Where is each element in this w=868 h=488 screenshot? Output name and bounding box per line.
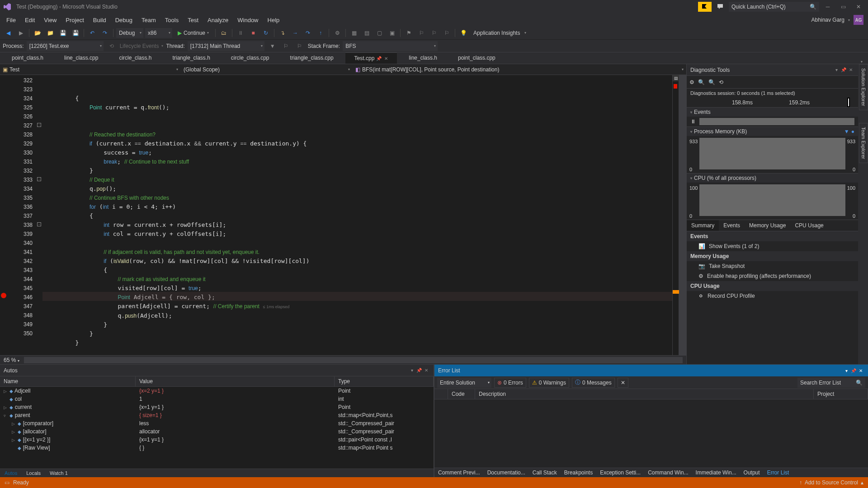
team-explorer-tab[interactable]: Team Explorer xyxy=(859,123,868,163)
menu-project[interactable]: Project xyxy=(61,15,88,25)
comment-icon[interactable]: ▦ xyxy=(349,28,359,38)
marker-blue-icon[interactable]: ▼ xyxy=(844,128,849,135)
panel-menu-icon[interactable]: ▾ xyxy=(843,368,850,373)
split-icon[interactable]: ▤ xyxy=(673,75,679,81)
hot-reload-icon[interactable]: 🗂 xyxy=(218,28,229,38)
output-tab[interactable]: Comment Previ... xyxy=(434,468,484,477)
autos-row[interactable]: ▷ ◆ [{x=1 y=2 }]{x=1 y=1 }std::pair<Poin… xyxy=(0,436,434,444)
panel-menu-icon[interactable]: ▾ xyxy=(833,67,840,72)
menu-debug[interactable]: Debug xyxy=(111,15,137,25)
col-code[interactable]: Code xyxy=(448,389,475,399)
cpu-graph[interactable] xyxy=(699,184,845,216)
col-project[interactable]: Project xyxy=(814,389,868,399)
nav-scope-dropdown[interactable]: (Global Scope) xyxy=(181,66,353,73)
fold-box-icon[interactable]: − xyxy=(37,222,41,226)
show-events-button[interactable]: 📊Show Events (1 of 2) xyxy=(687,241,858,251)
config-dropdown[interactable]: Debug xyxy=(116,28,143,38)
pause-debug-button[interactable]: ⏸ xyxy=(235,28,246,38)
file-tab[interactable]: point_class.h xyxy=(3,52,52,64)
breakpoint-icon[interactable] xyxy=(1,293,6,298)
close-panel-icon[interactable]: ✕ xyxy=(857,368,864,373)
step-over-button[interactable]: ↷ xyxy=(302,28,313,38)
lifecycle-label[interactable]: Lifecycle Events xyxy=(120,43,159,49)
output-tab[interactable]: Breakpoints xyxy=(561,468,596,477)
undo-button[interactable]: ↶ xyxy=(87,28,98,38)
restart-debug-button[interactable]: ↻ xyxy=(260,28,271,38)
fold-gutter[interactable]: − − − xyxy=(36,75,42,355)
autos-row[interactable]: ◆ col1int xyxy=(0,395,434,403)
output-tab[interactable]: Output xyxy=(740,468,764,477)
pin-icon[interactable]: 📌 xyxy=(415,368,423,373)
memory-header[interactable]: Process Memory (KB) xyxy=(694,128,747,135)
thread2-icon[interactable]: ⚐ xyxy=(294,41,305,52)
close-panel-icon[interactable]: ✕ xyxy=(423,368,430,373)
output-tab[interactable]: Documentatio... xyxy=(484,468,529,477)
redo-button[interactable]: ↷ xyxy=(99,28,110,38)
chevron-down-icon[interactable]: ▾ xyxy=(848,18,850,22)
show-next-statement-button[interactable]: ↴ xyxy=(277,28,288,38)
notification-flag-icon[interactable] xyxy=(698,2,712,12)
minimize-button[interactable]: ─ xyxy=(821,2,835,12)
menu-team[interactable]: Team xyxy=(137,15,160,25)
zoom-in-icon[interactable]: 🔍 xyxy=(698,79,705,85)
flag3-icon[interactable]: ⚐ xyxy=(429,28,439,38)
save-all-button[interactable]: 💾 xyxy=(70,28,81,38)
menu-help[interactable]: Help xyxy=(263,15,284,25)
menu-view[interactable]: View xyxy=(39,15,61,25)
autos-row[interactable]: ▷ ◆ current{x=1 y=1 }Point xyxy=(0,403,434,411)
pin-icon[interactable]: 📌 xyxy=(850,368,857,373)
pin-icon[interactable]: 📌 xyxy=(840,67,847,72)
source-control-button[interactable]: Add to Source Control xyxy=(805,479,858,486)
nav-back-button[interactable]: ◀ xyxy=(3,28,14,38)
autos-row[interactable]: ▷ ◆ [comparator]lessstd::_Compressed_pai… xyxy=(0,419,434,427)
take-snapshot-button[interactable]: 📷Take Snapshot xyxy=(687,261,858,271)
solution-explorer-tab[interactable]: Solution Explorer xyxy=(859,64,868,110)
errors-filter[interactable]: ⊗0 Errors xyxy=(494,378,526,388)
file-tab[interactable]: line_class.cpp xyxy=(55,52,107,64)
restore-button[interactable]: ▭ xyxy=(836,2,850,12)
thread-dropdown[interactable]: [17312] Main Thread xyxy=(188,41,264,51)
output-tab[interactable]: Call Stack xyxy=(529,468,561,477)
output-tab[interactable]: Exception Setti... xyxy=(596,468,644,477)
nav-project-dropdown[interactable]: ▣Test xyxy=(0,66,181,73)
menu-test[interactable]: Test xyxy=(183,15,203,25)
zoom-out-icon[interactable]: 🔍 xyxy=(708,79,715,85)
app-insights-button[interactable]: Application Insights xyxy=(471,30,523,36)
platform-dropdown[interactable]: x86 xyxy=(145,28,172,38)
diag-tab[interactable]: Memory Usage xyxy=(745,220,790,231)
chevron-up-icon[interactable]: ▴ xyxy=(861,479,863,486)
code-editor[interactable]: 3223233243253263273283293303313323333343… xyxy=(0,75,686,355)
filter-icon[interactable]: ▼ xyxy=(267,41,278,52)
diag-list[interactable]: Events 📊Show Events (1 of 2) Memory Usag… xyxy=(687,231,858,364)
close-tab-icon[interactable]: ✕ xyxy=(384,56,388,61)
stack-dropdown[interactable]: BFS xyxy=(343,41,438,51)
nav-fwd-button[interactable]: ▶ xyxy=(15,28,26,38)
file-tab[interactable]: circle_class.cpp xyxy=(222,52,278,64)
breakpoint-gutter[interactable] xyxy=(0,75,9,355)
bookmark-icon[interactable]: ▢ xyxy=(374,28,385,38)
file-tab[interactable]: Test.cpp📌✕ xyxy=(345,52,397,64)
menu-window[interactable]: Window xyxy=(233,15,263,25)
file-tab[interactable]: point_class.cpp xyxy=(449,52,505,64)
menu-build[interactable]: Build xyxy=(89,15,111,25)
cycle-icon[interactable]: ⟲ xyxy=(106,41,117,52)
diag-ruler[interactable]: 158.8ms 159.2ms xyxy=(687,98,858,108)
horizontal-scrollbar[interactable] xyxy=(24,357,683,363)
file-tab[interactable]: line_class.h xyxy=(400,52,446,64)
panel-menu-icon[interactable]: ▾ xyxy=(408,368,415,373)
marker-circle-icon[interactable]: ● xyxy=(851,128,854,135)
lightbulb-icon[interactable]: 💡 xyxy=(458,28,469,38)
close-panel-icon[interactable]: ✕ xyxy=(847,67,854,72)
autos-row[interactable]: ▷ ◆ Adjcell{x=2 y=1 }Point xyxy=(0,387,434,395)
col-name-header[interactable]: Name xyxy=(0,376,136,386)
events-header[interactable]: Events xyxy=(694,109,711,115)
autos-tab[interactable]: Autos xyxy=(0,469,22,477)
quick-launch-input[interactable]: Quick Launch (Ctrl+Q) 🔍 xyxy=(729,2,819,12)
flag2-icon[interactable]: ⚐ xyxy=(416,28,427,38)
reset-zoom-icon[interactable]: ⟲ xyxy=(719,79,723,85)
nav-member-dropdown[interactable]: ◧BFS(int mat[ROW][COL], Point source, Po… xyxy=(353,66,686,73)
step-out-button[interactable]: ↑ xyxy=(315,28,326,38)
autos-grid[interactable]: Name Value Type ▷ ◆ Adjcell{x=2 y=1 }Poi… xyxy=(0,376,434,469)
error-list-body[interactable] xyxy=(434,399,868,468)
output-tab[interactable]: Immediate Win... xyxy=(692,468,740,477)
